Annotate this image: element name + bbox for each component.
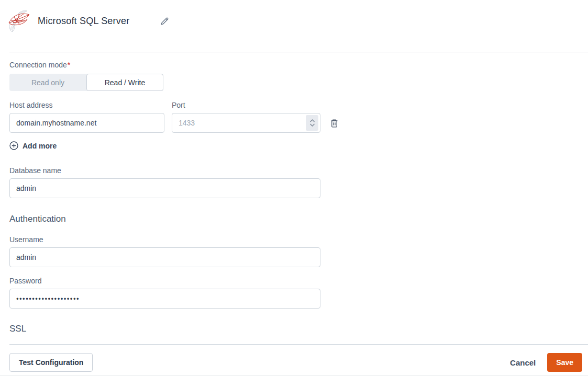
- toggle-read-write[interactable]: Read / Write: [86, 74, 163, 91]
- toggle-read-only[interactable]: Read only: [9, 74, 86, 91]
- connection-form: Connection mode* Read only Read / Write …: [0, 60, 588, 335]
- sql-server-logo-icon: [5, 8, 31, 34]
- header-divider: [9, 52, 588, 52]
- authentication-heading: Authentication: [9, 213, 588, 225]
- connection-mode-toggle: Read only Read / Write: [9, 74, 163, 91]
- connection-mode-label: Connection mode*: [9, 60, 588, 70]
- test-configuration-button[interactable]: Test Configuration: [9, 353, 93, 372]
- trash-icon: [330, 119, 339, 128]
- port-label: Port: [172, 100, 320, 110]
- host-port-row: Host address Port: [9, 100, 588, 133]
- database-name-input[interactable]: [9, 178, 320, 198]
- plus-circle-icon: [9, 141, 18, 150]
- database-name-label: Database name: [9, 166, 588, 175]
- delete-host-button[interactable]: [330, 119, 339, 128]
- port-input[interactable]: [172, 113, 320, 133]
- password-input[interactable]: [9, 289, 320, 309]
- bottom-hairline: [0, 375, 588, 375]
- cancel-button[interactable]: Cancel: [510, 358, 536, 367]
- connection-header: Microsoft SQL Server: [0, 0, 588, 33]
- page-title: Microsoft SQL Server: [38, 16, 129, 27]
- required-asterisk: *: [68, 61, 70, 69]
- ssl-heading: SSL: [9, 323, 588, 335]
- username-label: Username: [9, 235, 588, 244]
- port-stepper-icon[interactable]: [306, 115, 318, 131]
- host-address-input[interactable]: [9, 113, 164, 133]
- password-label: Password: [9, 276, 588, 286]
- add-more-button[interactable]: Add more: [9, 141, 57, 150]
- pencil-icon[interactable]: [160, 16, 170, 26]
- save-button[interactable]: Save: [547, 353, 582, 372]
- username-input[interactable]: [9, 247, 320, 267]
- footer-action-bar: Test Configuration Cancel Save: [0, 345, 588, 372]
- host-address-label: Host address: [9, 100, 164, 110]
